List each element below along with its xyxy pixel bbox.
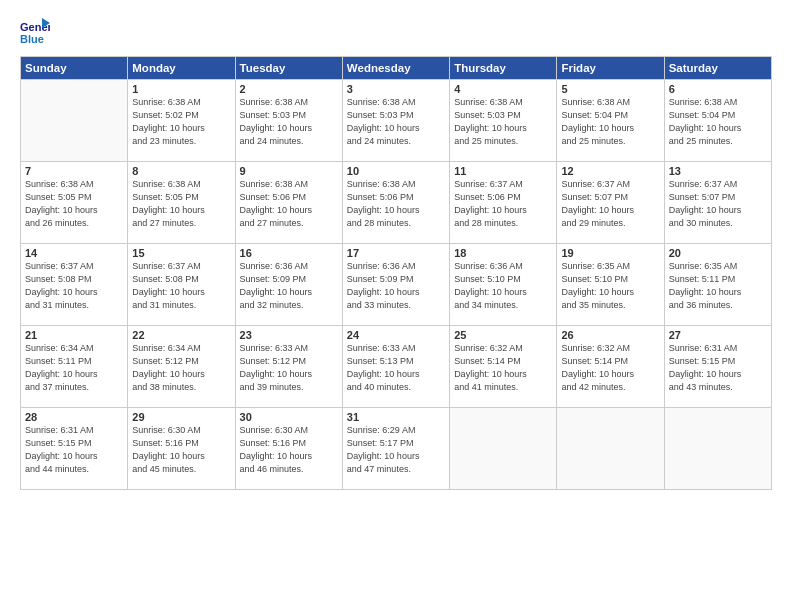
day-info: Sunrise: 6:37 AMSunset: 5:07 PMDaylight:… xyxy=(561,178,659,230)
day-info: Sunrise: 6:35 AMSunset: 5:11 PMDaylight:… xyxy=(669,260,767,312)
day-info: Sunrise: 6:30 AMSunset: 5:16 PMDaylight:… xyxy=(132,424,230,476)
day-info: Sunrise: 6:34 AMSunset: 5:12 PMDaylight:… xyxy=(132,342,230,394)
day-number: 12 xyxy=(561,165,659,177)
day-number: 17 xyxy=(347,247,445,259)
calendar-cell xyxy=(664,408,771,490)
calendar-cell xyxy=(557,408,664,490)
calendar-cell: 25Sunrise: 6:32 AMSunset: 5:14 PMDayligh… xyxy=(450,326,557,408)
day-number: 14 xyxy=(25,247,123,259)
day-info: Sunrise: 6:31 AMSunset: 5:15 PMDaylight:… xyxy=(25,424,123,476)
calendar-cell: 26Sunrise: 6:32 AMSunset: 5:14 PMDayligh… xyxy=(557,326,664,408)
calendar-cell: 3Sunrise: 6:38 AMSunset: 5:03 PMDaylight… xyxy=(342,80,449,162)
logo: General Blue xyxy=(20,18,50,48)
day-info: Sunrise: 6:38 AMSunset: 5:06 PMDaylight:… xyxy=(240,178,338,230)
calendar-cell: 22Sunrise: 6:34 AMSunset: 5:12 PMDayligh… xyxy=(128,326,235,408)
day-number: 26 xyxy=(561,329,659,341)
calendar-cell: 19Sunrise: 6:35 AMSunset: 5:10 PMDayligh… xyxy=(557,244,664,326)
day-number: 3 xyxy=(347,83,445,95)
day-info: Sunrise: 6:38 AMSunset: 5:04 PMDaylight:… xyxy=(669,96,767,148)
calendar-cell: 20Sunrise: 6:35 AMSunset: 5:11 PMDayligh… xyxy=(664,244,771,326)
calendar-cell: 29Sunrise: 6:30 AMSunset: 5:16 PMDayligh… xyxy=(128,408,235,490)
day-info: Sunrise: 6:38 AMSunset: 5:03 PMDaylight:… xyxy=(347,96,445,148)
calendar-week-3: 14Sunrise: 6:37 AMSunset: 5:08 PMDayligh… xyxy=(21,244,772,326)
logo-svg: General Blue xyxy=(20,18,50,48)
day-number: 24 xyxy=(347,329,445,341)
calendar-cell: 6Sunrise: 6:38 AMSunset: 5:04 PMDaylight… xyxy=(664,80,771,162)
calendar-header-wednesday: Wednesday xyxy=(342,57,449,80)
day-info: Sunrise: 6:37 AMSunset: 5:06 PMDaylight:… xyxy=(454,178,552,230)
day-number: 21 xyxy=(25,329,123,341)
day-number: 20 xyxy=(669,247,767,259)
calendar-week-4: 21Sunrise: 6:34 AMSunset: 5:11 PMDayligh… xyxy=(21,326,772,408)
svg-text:Blue: Blue xyxy=(20,33,44,45)
day-info: Sunrise: 6:33 AMSunset: 5:12 PMDaylight:… xyxy=(240,342,338,394)
calendar-cell: 23Sunrise: 6:33 AMSunset: 5:12 PMDayligh… xyxy=(235,326,342,408)
calendar-header-tuesday: Tuesday xyxy=(235,57,342,80)
day-number: 11 xyxy=(454,165,552,177)
day-number: 18 xyxy=(454,247,552,259)
calendar-cell: 14Sunrise: 6:37 AMSunset: 5:08 PMDayligh… xyxy=(21,244,128,326)
calendar-week-5: 28Sunrise: 6:31 AMSunset: 5:15 PMDayligh… xyxy=(21,408,772,490)
day-number: 7 xyxy=(25,165,123,177)
day-info: Sunrise: 6:32 AMSunset: 5:14 PMDaylight:… xyxy=(454,342,552,394)
day-number: 31 xyxy=(347,411,445,423)
calendar-header-row: SundayMondayTuesdayWednesdayThursdayFrid… xyxy=(21,57,772,80)
calendar-cell: 1Sunrise: 6:38 AMSunset: 5:02 PMDaylight… xyxy=(128,80,235,162)
calendar-cell: 2Sunrise: 6:38 AMSunset: 5:03 PMDaylight… xyxy=(235,80,342,162)
calendar-cell: 5Sunrise: 6:38 AMSunset: 5:04 PMDaylight… xyxy=(557,80,664,162)
day-info: Sunrise: 6:36 AMSunset: 5:09 PMDaylight:… xyxy=(240,260,338,312)
calendar-cell: 21Sunrise: 6:34 AMSunset: 5:11 PMDayligh… xyxy=(21,326,128,408)
day-number: 6 xyxy=(669,83,767,95)
day-info: Sunrise: 6:38 AMSunset: 5:06 PMDaylight:… xyxy=(347,178,445,230)
calendar-cell: 16Sunrise: 6:36 AMSunset: 5:09 PMDayligh… xyxy=(235,244,342,326)
day-info: Sunrise: 6:37 AMSunset: 5:08 PMDaylight:… xyxy=(132,260,230,312)
calendar-cell: 9Sunrise: 6:38 AMSunset: 5:06 PMDaylight… xyxy=(235,162,342,244)
calendar-cell: 17Sunrise: 6:36 AMSunset: 5:09 PMDayligh… xyxy=(342,244,449,326)
day-number: 29 xyxy=(132,411,230,423)
calendar-cell: 31Sunrise: 6:29 AMSunset: 5:17 PMDayligh… xyxy=(342,408,449,490)
day-number: 27 xyxy=(669,329,767,341)
day-info: Sunrise: 6:37 AMSunset: 5:07 PMDaylight:… xyxy=(669,178,767,230)
day-number: 8 xyxy=(132,165,230,177)
calendar-cell: 30Sunrise: 6:30 AMSunset: 5:16 PMDayligh… xyxy=(235,408,342,490)
day-info: Sunrise: 6:38 AMSunset: 5:04 PMDaylight:… xyxy=(561,96,659,148)
day-info: Sunrise: 6:38 AMSunset: 5:02 PMDaylight:… xyxy=(132,96,230,148)
calendar-cell xyxy=(21,80,128,162)
day-info: Sunrise: 6:31 AMSunset: 5:15 PMDaylight:… xyxy=(669,342,767,394)
calendar-cell: 18Sunrise: 6:36 AMSunset: 5:10 PMDayligh… xyxy=(450,244,557,326)
day-info: Sunrise: 6:36 AMSunset: 5:10 PMDaylight:… xyxy=(454,260,552,312)
calendar-week-2: 7Sunrise: 6:38 AMSunset: 5:05 PMDaylight… xyxy=(21,162,772,244)
calendar-header-sunday: Sunday xyxy=(21,57,128,80)
calendar-cell: 7Sunrise: 6:38 AMSunset: 5:05 PMDaylight… xyxy=(21,162,128,244)
day-info: Sunrise: 6:38 AMSunset: 5:03 PMDaylight:… xyxy=(454,96,552,148)
day-info: Sunrise: 6:38 AMSunset: 5:03 PMDaylight:… xyxy=(240,96,338,148)
day-number: 25 xyxy=(454,329,552,341)
calendar-cell xyxy=(450,408,557,490)
day-number: 22 xyxy=(132,329,230,341)
day-info: Sunrise: 6:30 AMSunset: 5:16 PMDaylight:… xyxy=(240,424,338,476)
day-info: Sunrise: 6:32 AMSunset: 5:14 PMDaylight:… xyxy=(561,342,659,394)
day-number: 9 xyxy=(240,165,338,177)
header: General Blue xyxy=(20,18,772,48)
calendar-cell: 12Sunrise: 6:37 AMSunset: 5:07 PMDayligh… xyxy=(557,162,664,244)
day-number: 1 xyxy=(132,83,230,95)
calendar-cell: 10Sunrise: 6:38 AMSunset: 5:06 PMDayligh… xyxy=(342,162,449,244)
calendar-header-friday: Friday xyxy=(557,57,664,80)
day-number: 16 xyxy=(240,247,338,259)
day-number: 30 xyxy=(240,411,338,423)
day-info: Sunrise: 6:29 AMSunset: 5:17 PMDaylight:… xyxy=(347,424,445,476)
day-number: 13 xyxy=(669,165,767,177)
day-number: 15 xyxy=(132,247,230,259)
calendar-header-monday: Monday xyxy=(128,57,235,80)
day-number: 4 xyxy=(454,83,552,95)
calendar-cell: 13Sunrise: 6:37 AMSunset: 5:07 PMDayligh… xyxy=(664,162,771,244)
calendar-header-thursday: Thursday xyxy=(450,57,557,80)
calendar-table: SundayMondayTuesdayWednesdayThursdayFrid… xyxy=(20,56,772,490)
calendar-header-saturday: Saturday xyxy=(664,57,771,80)
calendar-week-1: 1Sunrise: 6:38 AMSunset: 5:02 PMDaylight… xyxy=(21,80,772,162)
day-info: Sunrise: 6:34 AMSunset: 5:11 PMDaylight:… xyxy=(25,342,123,394)
calendar-cell: 15Sunrise: 6:37 AMSunset: 5:08 PMDayligh… xyxy=(128,244,235,326)
calendar-cell: 4Sunrise: 6:38 AMSunset: 5:03 PMDaylight… xyxy=(450,80,557,162)
page: General Blue SundayMondayTuesdayWednesda… xyxy=(0,0,792,612)
calendar-cell: 24Sunrise: 6:33 AMSunset: 5:13 PMDayligh… xyxy=(342,326,449,408)
